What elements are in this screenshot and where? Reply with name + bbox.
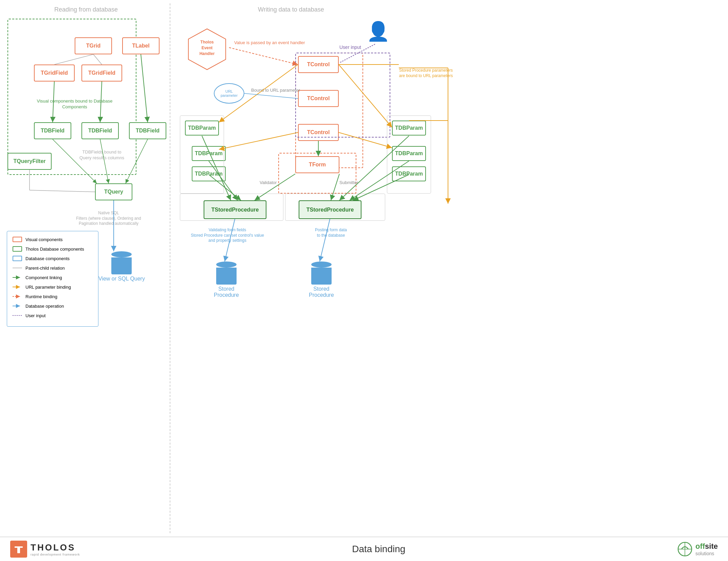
svg-line-25 bbox=[219, 132, 298, 149]
stored-proc-url-annotation: Stored Procedure parametersare bound to … bbox=[395, 68, 456, 78]
view-sql-cylinder: View or SQL Query bbox=[98, 251, 145, 282]
right-dbparam-container bbox=[387, 115, 431, 194]
tholos-logo-icon bbox=[10, 541, 27, 558]
visual-bound-annotation: Visual components bound to Database Comp… bbox=[27, 98, 122, 110]
svg-rect-44 bbox=[15, 546, 23, 548]
tlabel-box: TLabel bbox=[122, 37, 160, 54]
legend-component-linking: Component linking bbox=[12, 274, 93, 281]
tdbfield1-box: TDBField bbox=[34, 122, 71, 139]
right-section-label: Writing data to database bbox=[258, 6, 324, 13]
tform-box: TForm bbox=[295, 156, 339, 173]
svg-text:Handler: Handler bbox=[200, 51, 215, 56]
hexagon-shape: Tholos Event Handler bbox=[185, 27, 229, 71]
validator-label: Validator bbox=[260, 180, 277, 186]
tqueryfilter-box: TQueryFilter bbox=[7, 153, 52, 170]
validating-annotation: Validating form fieldsStored Procedure c… bbox=[190, 228, 265, 243]
url-param-ellipse: URLparameter bbox=[214, 83, 244, 104]
svg-line-21 bbox=[229, 48, 298, 65]
svg-rect-45 bbox=[17, 548, 20, 553]
legend-db-operation: Database operation bbox=[12, 303, 93, 309]
tquery-box: TQuery bbox=[95, 183, 132, 200]
legend-url-binding: URL parameter binding bbox=[12, 284, 93, 290]
left-sp-container bbox=[180, 194, 283, 221]
bound-url-annotation: Bound to URL parameter bbox=[251, 88, 300, 93]
legend-runtime-binding: Runtime binding bbox=[12, 293, 93, 300]
section-divider bbox=[170, 3, 170, 533]
svg-line-24 bbox=[244, 93, 298, 98]
submitter-label: Submitter bbox=[339, 180, 358, 186]
tdbfields-annotation: TDBFields bound toQuery result's columns bbox=[75, 149, 129, 161]
right-sp-container bbox=[285, 194, 385, 221]
main-diagram: Reading from database Writing data to da… bbox=[0, 0, 728, 537]
value-passed-annotation: Value is passed by an event handler bbox=[234, 40, 305, 46]
native-sql-annotation: Native SQLFilters (where clause), Orderi… bbox=[75, 211, 143, 227]
svg-line-19 bbox=[30, 190, 95, 192]
svg-line-14 bbox=[141, 54, 148, 122]
offsite-logo-icon bbox=[677, 542, 693, 557]
tdbfield2-box: TDBField bbox=[81, 122, 119, 139]
footer: THOLOS rapid development framework Data … bbox=[0, 537, 728, 561]
tgrid-box: TGrid bbox=[75, 37, 112, 54]
stored-proc1-cylinder: StoredProcedure bbox=[214, 261, 239, 298]
legend: Visual components Tholos Database compon… bbox=[7, 231, 98, 327]
offsite-logo: offsite solutions bbox=[677, 542, 718, 557]
person-icon: 👤 bbox=[367, 20, 390, 42]
legend-user-input: User input bbox=[12, 312, 93, 319]
tdbfield3-box: TDBField bbox=[129, 122, 166, 139]
tgridfield1-box: TGridField bbox=[34, 65, 75, 82]
legend-parent-child: Parent-child relation bbox=[12, 265, 93, 271]
legend-tholos-db: Tholos Database components bbox=[12, 246, 93, 252]
footer-title: Data binding bbox=[352, 544, 405, 555]
legend-db: Database components bbox=[12, 255, 93, 262]
user-input-label: User input bbox=[339, 44, 361, 50]
legend-visual: Visual components bbox=[12, 236, 93, 243]
tholos-logo: THOLOS rapid development framework bbox=[10, 541, 80, 558]
svg-text:Event: Event bbox=[202, 46, 213, 50]
posting-annotation: Posting form datato the database bbox=[302, 228, 360, 238]
svg-line-38 bbox=[320, 219, 330, 261]
stored-proc2-cylinder: StoredProcedure bbox=[309, 261, 334, 298]
svg-text:Tholos: Tholos bbox=[200, 40, 214, 44]
tgridfield2-box: TGridField bbox=[81, 65, 122, 82]
user-input-dashed bbox=[295, 53, 390, 138]
left-dbparam-container bbox=[180, 115, 224, 194]
left-section-label: Reading from database bbox=[54, 6, 118, 13]
